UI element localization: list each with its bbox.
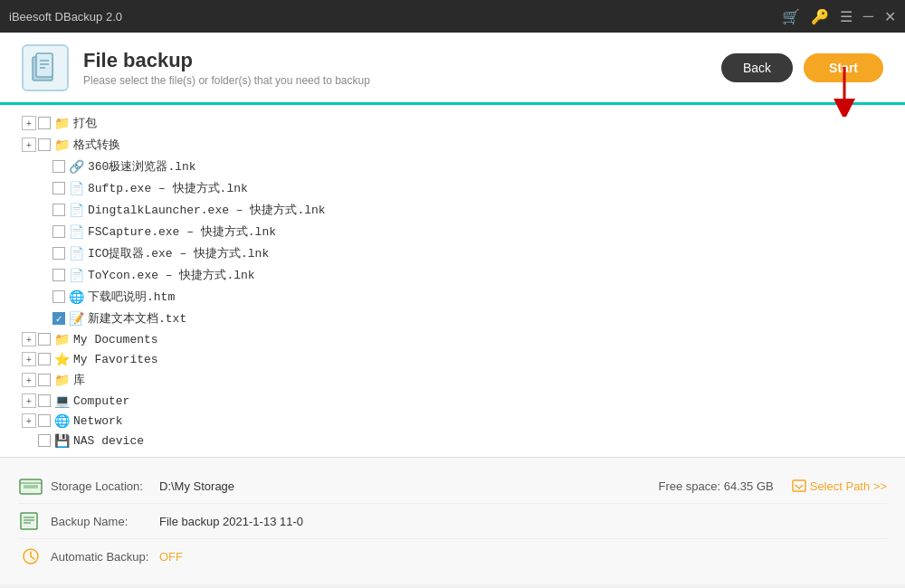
svg-rect-9	[24, 485, 38, 488]
file-icon: 📁	[54, 332, 70, 346]
expand-button[interactable]: +	[22, 332, 36, 346]
tree-item[interactable]: +🌐Network	[0, 411, 905, 431]
file-icon: 💾	[54, 433, 70, 448]
expand-spacer	[36, 289, 51, 304]
item-label: 下载吧说明.htm	[88, 289, 175, 305]
start-button[interactable]: Start	[804, 53, 883, 82]
backup-name-label: Backup Name:	[51, 515, 159, 528]
item-label: Computer	[73, 394, 129, 408]
tree-item[interactable]: +💻Computer	[0, 391, 905, 411]
tree-item[interactable]: 🌐下载吧说明.htm	[0, 286, 905, 308]
expand-button[interactable]: +	[22, 373, 36, 387]
key-icon[interactable]: 🔑	[811, 8, 829, 25]
item-label: ToYcon.exe – 快捷方式.lnk	[88, 267, 255, 283]
storage-location-value: D:\My Storage	[159, 479, 659, 493]
file-icon: 🔗	[69, 159, 84, 174]
item-checkbox[interactable]	[52, 182, 65, 194]
file-icon: 📝	[69, 311, 84, 326]
item-checkbox[interactable]	[52, 290, 65, 303]
item-checkbox[interactable]	[38, 333, 51, 346]
item-checkbox[interactable]	[52, 312, 65, 325]
storage-icon	[18, 476, 43, 496]
item-label: ICO提取器.exe – 快捷方式.lnk	[88, 245, 269, 261]
tree-item[interactable]: 🔗360极速浏览器.lnk	[0, 156, 905, 177]
expand-button[interactable]: +	[22, 394, 36, 408]
select-path-button[interactable]: Select Path >>	[792, 479, 887, 493]
tree-item[interactable]: 📄FSCapture.exe – 快捷方式.lnk	[0, 221, 905, 242]
expand-spacer	[36, 311, 51, 326]
expand-spacer	[36, 203, 51, 217]
bottom-section: Storage Location: D:\My Storage Free spa…	[0, 458, 905, 584]
item-label: 360极速浏览器.lnk	[88, 158, 196, 175]
header: File backup Please select the file(s) or…	[0, 33, 905, 105]
auto-backup-row: Automatic Backup: OFF	[18, 539, 887, 574]
file-icon: ⭐	[54, 352, 70, 366]
item-label: 格式转换	[73, 137, 120, 153]
expand-button[interactable]: +	[22, 116, 36, 130]
tree-item[interactable]: +📁格式转换	[0, 134, 905, 156]
header-left: File backup Please select the file(s) or…	[22, 44, 370, 91]
item-checkbox[interactable]	[52, 204, 65, 216]
auto-backup-toggle[interactable]: OFF	[159, 550, 183, 564]
item-label: 8uftp.exe – 快捷方式.lnk	[88, 180, 248, 196]
cart-icon[interactable]: 🛒	[782, 8, 800, 25]
tree-item[interactable]: 💾NAS device	[0, 431, 905, 450]
item-checkbox[interactable]	[52, 160, 65, 173]
svg-rect-10	[793, 480, 805, 491]
expand-spacer	[36, 224, 51, 239]
close-icon[interactable]: ✕	[884, 8, 896, 25]
item-checkbox[interactable]	[52, 269, 65, 281]
back-button[interactable]: Back	[721, 53, 793, 82]
file-tree[interactable]: +📁打包+📁格式转换🔗360极速浏览器.lnk📄8uftp.exe – 快捷方式…	[0, 105, 905, 457]
item-label: Network	[73, 414, 123, 428]
file-icon: 📁	[54, 116, 70, 130]
storage-location-row: Storage Location: D:\My Storage Free spa…	[18, 469, 887, 504]
auto-backup-icon	[18, 546, 43, 566]
file-backup-icon	[22, 44, 69, 91]
item-checkbox[interactable]	[38, 414, 51, 427]
tree-item[interactable]: 📝新建文本文档.txt	[0, 308, 905, 329]
tree-item[interactable]: 📄ToYcon.exe – 快捷方式.lnk	[0, 264, 905, 286]
free-space-label: Free space: 64.35 GB	[659, 479, 792, 493]
page-subtitle: Please select the file(s) or folder(s) t…	[83, 74, 370, 87]
file-icon: 📄	[69, 203, 84, 217]
tree-item[interactable]: +⭐My Favorites	[0, 349, 905, 369]
item-label: 打包	[73, 115, 97, 131]
file-icon: 🌐	[54, 413, 70, 428]
item-checkbox[interactable]	[52, 247, 65, 260]
item-checkbox[interactable]	[38, 374, 51, 386]
item-checkbox[interactable]	[38, 394, 51, 407]
file-icon: 🌐	[69, 289, 84, 304]
minimize-icon[interactable]: ─	[863, 8, 873, 24]
item-label: NAS device	[73, 434, 144, 448]
expand-button[interactable]: +	[22, 352, 36, 366]
header-buttons: Back Start	[721, 53, 883, 82]
main-content: +📁打包+📁格式转换🔗360极速浏览器.lnk📄8uftp.exe – 快捷方式…	[0, 105, 905, 458]
tree-item[interactable]: 📄ICO提取器.exe – 快捷方式.lnk	[0, 242, 905, 264]
item-checkbox[interactable]	[38, 353, 51, 365]
expand-button[interactable]: +	[22, 413, 36, 428]
menu-icon[interactable]: ☰	[840, 8, 853, 25]
page-title: File backup	[83, 49, 370, 72]
item-checkbox[interactable]	[38, 434, 51, 447]
item-label: 新建文本文档.txt	[88, 310, 186, 327]
tree-item[interactable]: +📁库	[0, 369, 905, 391]
item-checkbox[interactable]	[38, 138, 51, 151]
item-checkbox[interactable]	[52, 225, 65, 238]
item-label: FSCapture.exe – 快捷方式.lnk	[88, 223, 276, 240]
storage-location-label: Storage Location:	[51, 479, 159, 493]
auto-backup-label: Automatic Backup:	[51, 550, 159, 564]
file-icon: 💻	[54, 394, 70, 408]
file-icon: 📄	[69, 224, 84, 239]
expand-button[interactable]: +	[22, 138, 36, 152]
tree-item[interactable]: 📄DingtalkLauncher.exe – 快捷方式.lnk	[0, 199, 905, 221]
tree-item[interactable]: +📁打包	[0, 112, 905, 134]
item-checkbox[interactable]	[38, 117, 51, 129]
backup-name-value: File backup 2021-1-13 11-0	[159, 515, 887, 528]
window-controls: 🛒 🔑 ☰ ─ ✕	[782, 8, 896, 25]
file-icon: 📄	[69, 181, 84, 195]
backup-name-row: Backup Name: File backup 2021-1-13 11-0	[18, 504, 887, 539]
tree-item[interactable]: 📄8uftp.exe – 快捷方式.lnk	[0, 177, 905, 199]
app-title: iBeesoft DBackup 2.0	[9, 10, 122, 24]
tree-item[interactable]: +📁My Documents	[0, 329, 905, 349]
